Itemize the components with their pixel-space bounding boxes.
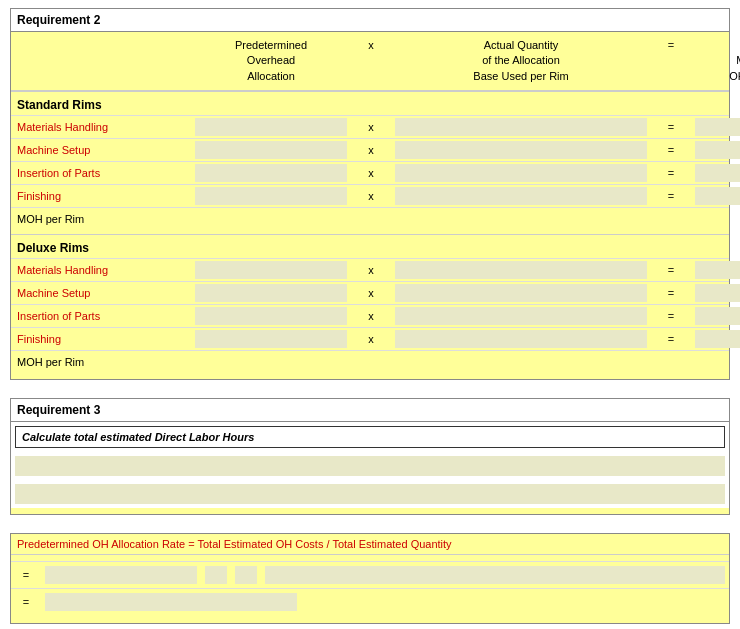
finishing-dlx-label: Finishing [11, 330, 191, 348]
table-row: Machine Setup x = [11, 138, 729, 161]
materials-handling-dlx-result[interactable] [691, 259, 740, 281]
prerate-input-1[interactable] [45, 566, 197, 584]
insertion-parts-std-result[interactable] [691, 162, 740, 184]
req2-title: Requirement 2 [11, 9, 729, 32]
header-col5: = [651, 36, 691, 86]
op4: x [351, 188, 391, 204]
prerate-result[interactable] [45, 593, 297, 611]
machine-setup-dlx-result[interactable] [691, 282, 740, 304]
req3-title: Requirement 3 [11, 399, 729, 422]
op5 [351, 217, 391, 221]
eq-op-2: = [11, 594, 41, 610]
insertion-parts-std-input2[interactable] [391, 162, 651, 184]
insertion-parts-dlx-result[interactable] [691, 305, 740, 327]
prerate-input4-cell[interactable] [261, 564, 729, 586]
op8: x [351, 308, 391, 324]
prerate-eq-row-2: = [11, 588, 729, 615]
eq4: = [651, 188, 691, 204]
finishing-std-input1[interactable] [191, 185, 351, 207]
req3-input-row-2 [11, 480, 729, 508]
machine-setup-dlx-input1[interactable] [191, 282, 351, 304]
bottom-spacer [11, 373, 729, 379]
table-row: Insertion of Parts x = [11, 304, 729, 327]
finishing-dlx-input1[interactable] [191, 328, 351, 350]
prerate-input-3[interactable] [235, 566, 257, 584]
finishing-dlx-input2[interactable] [391, 328, 651, 350]
eq3: = [651, 165, 691, 181]
insertion-parts-std-label: Insertion of Parts [11, 164, 191, 182]
op2: x [351, 142, 391, 158]
standard-rims-label: Standard Rims [11, 91, 729, 115]
moh-std-input[interactable] [191, 208, 351, 230]
header-col6: Allocated Manufacturing OH Cost per Rim [691, 36, 740, 86]
machine-setup-std-result[interactable] [691, 139, 740, 161]
prerate-input3-cell[interactable] [231, 564, 261, 586]
calc-label: Calculate total estimated Direct Labor H… [15, 426, 725, 448]
op9: x [351, 331, 391, 347]
finishing-std-input2[interactable] [391, 185, 651, 207]
machine-setup-dlx-input2[interactable] [391, 282, 651, 304]
finishing-dlx-result[interactable] [691, 328, 740, 350]
materials-handling-dlx-input1[interactable] [191, 259, 351, 281]
requirement-3-section: Requirement 3 Calculate total estimated … [10, 398, 730, 515]
machine-setup-std-input2[interactable] [391, 139, 651, 161]
machine-setup-std-label: Machine Setup [11, 141, 191, 159]
insertion-parts-dlx-label: Insertion of Parts [11, 307, 191, 325]
table-row: MOH per Rim [11, 207, 729, 230]
prerate-section: Predetermined OH Allocation Rate = Total… [10, 533, 730, 624]
table-row: MOH per Rim [11, 350, 729, 373]
table-row: Materials Handling x = [11, 258, 729, 281]
prerate-eq-row-1: = [11, 561, 729, 588]
prerate-input-2[interactable] [205, 566, 227, 584]
req3-bottom-spacer [11, 508, 729, 514]
materials-handling-std-input1[interactable] [191, 116, 351, 138]
materials-handling-dlx-label: Materials Handling [11, 261, 191, 279]
materials-handling-std-result[interactable] [691, 116, 740, 138]
requirement-2-section: Requirement 2 Predetermined Overhead All… [10, 8, 730, 380]
req3-input-1[interactable] [15, 456, 725, 476]
header-col3: x [351, 36, 391, 86]
op6: x [351, 262, 391, 278]
table-row: Materials Handling x = [11, 115, 729, 138]
finishing-std-result[interactable] [691, 185, 740, 207]
header-col4: Actual Quantity of the Allocation Base U… [391, 36, 651, 86]
deluxe-rims-label: Deluxe Rims [11, 234, 729, 258]
prerate-label: Predetermined OH Allocation Rate = Total… [11, 534, 729, 555]
insertion-parts-dlx-input2[interactable] [391, 305, 651, 327]
header-col1 [11, 36, 191, 86]
eq6: = [651, 262, 691, 278]
machine-setup-std-input1[interactable] [191, 139, 351, 161]
req2-header-row: Predetermined Overhead Allocation x Actu… [11, 32, 729, 91]
machine-setup-dlx-label: Machine Setup [11, 284, 191, 302]
insertion-parts-std-input1[interactable] [191, 162, 351, 184]
materials-handling-dlx-input2[interactable] [391, 259, 651, 281]
table-row: Insertion of Parts x = [11, 161, 729, 184]
moh-std-label: MOH per Rim [11, 210, 191, 228]
materials-handling-std-input2[interactable] [391, 116, 651, 138]
materials-handling-std-label: Materials Handling [11, 118, 191, 136]
prerate-input1-cell[interactable] [41, 564, 201, 586]
prerate-input-4[interactable] [265, 566, 725, 584]
prerate-result-cell[interactable] [41, 591, 301, 613]
prerate-bottom [11, 615, 729, 623]
prerate-input2-cell[interactable] [201, 564, 231, 586]
op1: x [351, 119, 391, 135]
header-col2: Predetermined Overhead Allocation [191, 36, 351, 86]
eq9: = [651, 331, 691, 347]
table-row: Finishing x = [11, 327, 729, 350]
moh-dlx-input[interactable] [191, 351, 351, 373]
eq-op-1: = [11, 567, 41, 583]
eq2: = [651, 142, 691, 158]
req3-input-2[interactable] [15, 484, 725, 504]
table-row: Finishing x = [11, 184, 729, 207]
eq1: = [651, 119, 691, 135]
req3-input-row-1 [11, 452, 729, 480]
op7: x [351, 285, 391, 301]
table-row: Machine Setup x = [11, 281, 729, 304]
insertion-parts-dlx-input1[interactable] [191, 305, 351, 327]
eq8: = [651, 308, 691, 324]
moh-dlx-label: MOH per Rim [11, 353, 191, 371]
finishing-std-label: Finishing [11, 187, 191, 205]
eq7: = [651, 285, 691, 301]
op3: x [351, 165, 391, 181]
